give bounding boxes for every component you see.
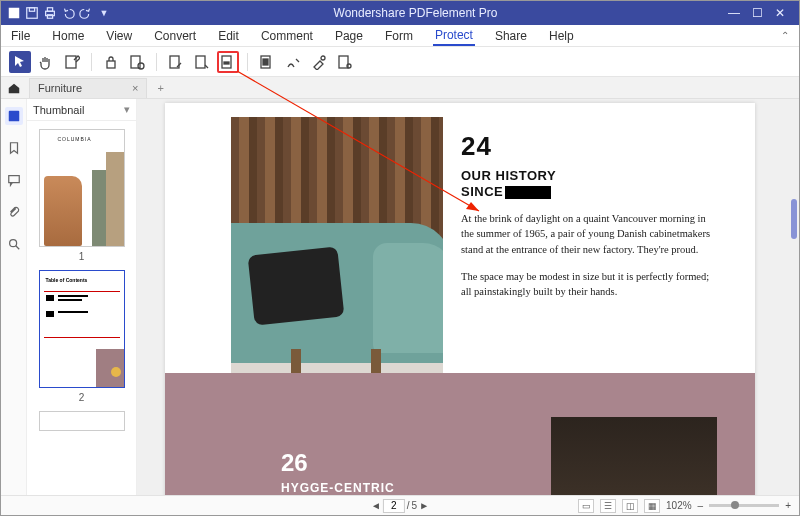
vertical-scrollbar[interactable] xyxy=(791,199,797,239)
zoom-slider[interactable] xyxy=(709,504,779,507)
thumbnail-panel: Thumbnail ▾ COLUMBIA 1 Table of Contents xyxy=(27,99,137,497)
view-continuous-button[interactable]: ☰ xyxy=(600,499,616,513)
qat-dropdown-icon[interactable]: ▼ xyxy=(97,6,111,20)
ribbon-collapse-icon[interactable]: ⌃ xyxy=(781,30,789,41)
prev-page-button[interactable]: ◄ xyxy=(371,500,381,511)
thumb-label: Table of Contents xyxy=(46,277,88,283)
section-number: 24 xyxy=(461,131,721,162)
hand-tool-button[interactable] xyxy=(35,51,57,73)
sign-document-button[interactable] xyxy=(165,51,187,73)
save-icon[interactable] xyxy=(25,6,39,20)
redaction-mark[interactable] xyxy=(505,186,551,199)
redaction-properties-button[interactable] xyxy=(334,51,356,73)
document-viewer[interactable]: 24 OUR HISTORY SINCE At the brink of day… xyxy=(137,99,799,497)
mark-redaction-button[interactable] xyxy=(217,51,239,73)
close-tab-icon[interactable]: × xyxy=(132,82,138,94)
menu-home[interactable]: Home xyxy=(50,27,86,45)
window-title: Wondershare PDFelement Pro xyxy=(117,6,714,20)
document-tab-label: Furniture xyxy=(38,82,82,94)
svg-rect-4 xyxy=(47,8,52,12)
quick-access-toolbar: ▼ xyxy=(1,6,117,20)
title-bar: ▼ Wondershare PDFelement Pro ― ☐ ✕ xyxy=(1,1,799,25)
section-number: 26 xyxy=(281,449,308,477)
protect-toolbar xyxy=(1,47,799,77)
page-thumbnail[interactable]: COLUMBIA 1 xyxy=(35,129,128,262)
svg-point-21 xyxy=(9,240,16,247)
thumbnail-panel-button[interactable] xyxy=(5,107,23,125)
thumb-label: COLUMBIA xyxy=(46,136,104,142)
svg-rect-13 xyxy=(224,62,229,64)
menu-edit[interactable]: Edit xyxy=(216,27,241,45)
menu-page[interactable]: Page xyxy=(333,27,365,45)
zoom-out-button[interactable]: – xyxy=(698,500,704,511)
whiteout-button[interactable] xyxy=(308,51,330,73)
document-tab-strip: Furniture × + xyxy=(1,77,799,99)
main-area: Thumbnail ▾ COLUMBIA 1 Table of Contents xyxy=(1,99,799,497)
page-text-column: 24 OUR HISTORY SINCE At the brink of day… xyxy=(461,131,721,299)
edit-tool-button[interactable] xyxy=(61,51,83,73)
svg-rect-6 xyxy=(66,56,76,68)
next-page-button[interactable]: ► xyxy=(419,500,429,511)
status-bar: ◄ / 5 ► ▭ ☰ ◫ ▦ 102% – + xyxy=(1,495,799,515)
comments-panel-button[interactable] xyxy=(5,171,23,189)
permissions-button[interactable] xyxy=(126,51,148,73)
menu-bar: File Home View Convert Edit Comment Page… xyxy=(1,25,799,47)
page-sep: / xyxy=(407,500,410,511)
svg-point-9 xyxy=(138,63,144,69)
body-paragraph: At the brink of daylight on a quaint Van… xyxy=(461,211,721,257)
attachments-panel-button[interactable] xyxy=(5,203,23,221)
password-button[interactable] xyxy=(100,51,122,73)
minimize-button[interactable]: ― xyxy=(728,6,740,20)
view-single-button[interactable]: ▭ xyxy=(578,499,594,513)
search-redact-button[interactable] xyxy=(282,51,304,73)
page-lower-band: 26 HYGGE-CENTRIC xyxy=(165,373,755,497)
print-icon[interactable] xyxy=(43,6,57,20)
svg-rect-5 xyxy=(47,15,52,19)
svg-rect-7 xyxy=(107,61,115,68)
menu-protect[interactable]: Protect xyxy=(433,26,475,46)
section-heading: HYGGE-CENTRIC xyxy=(281,481,395,495)
maximize-button[interactable]: ☐ xyxy=(752,6,763,20)
menu-help[interactable]: Help xyxy=(547,27,576,45)
thumb-page-number: 2 xyxy=(35,392,128,403)
menu-file[interactable]: File xyxy=(9,27,32,45)
thumbnail-panel-title: Thumbnail xyxy=(33,104,84,116)
view-facing-button[interactable]: ◫ xyxy=(622,499,638,513)
search-panel-button[interactable] xyxy=(5,235,23,253)
view-grid-button[interactable]: ▦ xyxy=(644,499,660,513)
page-total: 5 xyxy=(412,500,418,511)
svg-rect-20 xyxy=(8,176,19,183)
apply-redaction-button[interactable] xyxy=(256,51,278,73)
side-rail xyxy=(1,99,27,497)
svg-rect-2 xyxy=(29,8,34,12)
page-navigator: ◄ / 5 ► xyxy=(371,499,429,513)
body-paragraph: The space may be modest in size but it i… xyxy=(461,269,721,299)
pdf-page: 24 OUR HISTORY SINCE At the brink of day… xyxy=(165,103,755,497)
document-tab[interactable]: Furniture × xyxy=(29,78,147,98)
page-thumbnail[interactable]: Table of Contents 2 xyxy=(35,270,128,403)
svg-rect-0 xyxy=(9,8,20,19)
svg-rect-1 xyxy=(27,8,38,19)
cursor-tool-button[interactable] xyxy=(9,51,31,73)
svg-point-16 xyxy=(321,56,325,60)
home-tab-icon[interactable] xyxy=(7,81,21,95)
menu-view[interactable]: View xyxy=(104,27,134,45)
thumbnail-panel-menu-icon[interactable]: ▾ xyxy=(124,103,130,116)
bookmark-panel-button[interactable] xyxy=(5,139,23,157)
zoom-in-button[interactable]: + xyxy=(785,500,791,511)
validate-signatures-button[interactable] xyxy=(191,51,213,73)
page-image xyxy=(231,117,443,393)
menu-form[interactable]: Form xyxy=(383,27,415,45)
zoom-value: 102% xyxy=(666,500,692,511)
new-tab-button[interactable]: + xyxy=(157,82,163,94)
menu-convert[interactable]: Convert xyxy=(152,27,198,45)
page-number-input[interactable] xyxy=(383,499,405,513)
svg-point-18 xyxy=(347,64,351,68)
page-thumbnail[interactable] xyxy=(35,411,128,431)
close-window-button[interactable]: ✕ xyxy=(775,6,785,20)
undo-icon[interactable] xyxy=(61,6,75,20)
redo-icon[interactable] xyxy=(79,6,93,20)
section-heading: OUR HISTORY SINCE xyxy=(461,168,721,199)
menu-share[interactable]: Share xyxy=(493,27,529,45)
menu-comment[interactable]: Comment xyxy=(259,27,315,45)
